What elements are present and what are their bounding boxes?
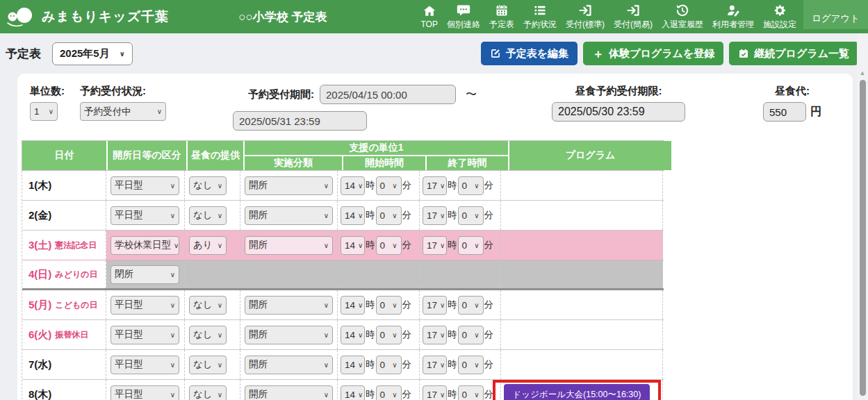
category-select[interactable]: 平日型∨ <box>110 206 179 225</box>
start-minute-select[interactable]: 0∨ <box>376 296 402 315</box>
start-minute-select[interactable]: 0∨ <box>376 326 402 344</box>
start-hour-select[interactable]: 14∨ <box>341 236 365 255</box>
category-cell: 学校休業日型∨ <box>106 231 185 260</box>
logo[interactable]: みまもりキッズ千葉 <box>6 6 169 27</box>
end-minute-select[interactable]: 0∨ <box>458 236 484 255</box>
month-select[interactable]: 2025年5月 ∨ <box>52 42 133 65</box>
edit-schedule-button[interactable]: 予定表を編集 <box>481 42 578 65</box>
reservation-period-end-input[interactable] <box>233 111 367 131</box>
impl-select[interactable]: 開所∨ <box>245 176 333 195</box>
minute-suffix-label: 分 <box>484 299 494 311</box>
start-hour-select[interactable]: 14∨ <box>341 206 365 225</box>
category-select[interactable]: 平日型∨ <box>110 326 179 344</box>
scroll-up-arrow[interactable]: ▲ <box>857 69 868 76</box>
impl-select-value: 開所 <box>249 179 268 192</box>
category-select[interactable]: 学校休業日型∨ <box>110 236 179 255</box>
chevron-down-icon: ∨ <box>324 212 329 219</box>
nav-item-reception-simple[interactable]: 受付(簡易) <box>614 3 653 31</box>
lunch-deadline-input[interactable] <box>552 102 685 122</box>
continued-program-list-button[interactable]: 継続プログラム一覧 <box>729 42 858 65</box>
end-minute-select[interactable]: 0∨ <box>458 356 484 374</box>
register-trial-program-button[interactable]: ＋ 体験プログラムを登録 <box>583 42 723 65</box>
end-hour-select[interactable]: 17∨ <box>423 385 447 400</box>
nav-item-schedule[interactable]: 予定表 <box>489 3 514 31</box>
start-minute-select[interactable]: 0∨ <box>376 236 402 255</box>
nav-item-individual-contact[interactable]: 個別連絡 <box>447 3 480 31</box>
end-minute-select[interactable]: 0∨ <box>458 206 484 225</box>
end-minute-select[interactable]: 0∨ <box>458 176 484 195</box>
end-hour-select[interactable]: 17∨ <box>423 206 447 225</box>
scrollbar-thumb[interactable] <box>860 80 866 396</box>
nav-item-top[interactable]: TOP <box>420 4 437 29</box>
start-hour-select[interactable]: 14∨ <box>341 176 365 195</box>
start-hour-select[interactable]: 14∨ <box>341 296 365 315</box>
start-hour-select-value: 14 <box>345 330 355 340</box>
impl-select[interactable]: 開所∨ <box>245 236 333 255</box>
nav-item-facility-settings[interactable]: 施設設定 <box>763 3 796 31</box>
nav-item-user-management[interactable]: 利用者管理 <box>712 3 754 31</box>
end-time-cell: 17∨時0∨分 <box>420 320 501 349</box>
nav-item-reservation-status[interactable]: 予約状況 <box>523 3 557 31</box>
lunch-select[interactable]: なし∨ <box>189 385 227 400</box>
start-minute-select[interactable]: 0∨ <box>376 356 402 374</box>
scrollbar[interactable]: ▲ <box>857 33 868 400</box>
category-select[interactable]: 平日型∨ <box>110 385 179 400</box>
category-select[interactable]: 平日型∨ <box>110 356 179 374</box>
lunch-select[interactable]: なし∨ <box>189 206 227 225</box>
start-minute-select[interactable]: 0∨ <box>376 176 402 195</box>
impl-select[interactable]: 開所∨ <box>245 296 333 315</box>
start-minute-select[interactable]: 0∨ <box>376 385 402 400</box>
start-hour-select-value: 14 <box>345 390 355 400</box>
nav-item-entry-exit-history[interactable]: 入退室履歴 <box>662 3 703 31</box>
lunch-fee-input[interactable] <box>763 102 806 122</box>
start-hour-select[interactable]: 14∨ <box>341 385 365 400</box>
lunch-select[interactable]: なし∨ <box>189 176 227 195</box>
logout-button[interactable]: ログアウト <box>803 0 868 29</box>
start-minute-select-value: 0 <box>380 300 386 310</box>
minute-suffix-label: 分 <box>402 299 412 311</box>
end-time-cell: 17∨時0∨分 <box>420 350 501 379</box>
impl-select[interactable]: 開所∨ <box>245 326 333 344</box>
impl-select[interactable]: 開所∨ <box>245 356 333 374</box>
reservation-status-select[interactable]: 予約受付中 ∨ <box>80 102 166 121</box>
category-select[interactable]: 平日型∨ <box>110 296 179 315</box>
impl-select[interactable]: 開所∨ <box>245 385 333 400</box>
end-minute-select[interactable]: 0∨ <box>458 385 484 400</box>
end-hour-select[interactable]: 17∨ <box>423 356 447 374</box>
start-minute-select[interactable]: 0∨ <box>376 206 402 225</box>
end-hour-select[interactable]: 17∨ <box>423 176 447 195</box>
start-minute-select-value: 0 <box>380 210 386 221</box>
category-select[interactable]: 閉所∨ <box>110 265 179 284</box>
units-group: 単位数: 1 ∨ <box>30 85 80 131</box>
hour-suffix-label: 時 <box>366 388 375 400</box>
app-root: みまもりキッズ千葉 ○○小学校 予定表 TOP個別連絡予定表予約状況受付(標準)… <box>0 0 868 400</box>
yen-unit-label: 円 <box>810 105 821 119</box>
end-minute-select[interactable]: 0∨ <box>458 296 484 315</box>
chevron-down-icon: ∨ <box>49 108 54 115</box>
end-minute-select-value: 0 <box>462 181 468 191</box>
reservation-period-start-input[interactable] <box>320 85 456 104</box>
lunch-select[interactable]: あり∨ <box>189 236 227 255</box>
minute-suffix-label: 分 <box>484 388 494 400</box>
lunch-fee-label: 昼食代: <box>775 85 810 98</box>
start-hour-select[interactable]: 14∨ <box>341 356 365 374</box>
lunch-select[interactable]: なし∨ <box>189 296 227 315</box>
lunch-select[interactable]: なし∨ <box>189 356 227 374</box>
nav-item-reception-standard[interactable]: 受付(標準) <box>566 3 605 31</box>
chevron-down-icon: ∨ <box>392 182 397 190</box>
lunch-select[interactable]: なし∨ <box>189 326 227 344</box>
hour-suffix-label: 時 <box>366 358 375 371</box>
impl-select[interactable]: 開所∨ <box>245 206 333 225</box>
units-label: 単位数: <box>30 85 80 98</box>
end-hour-select[interactable]: 17∨ <box>423 296 447 315</box>
end-minute-select[interactable]: 0∨ <box>458 326 484 344</box>
units-select[interactable]: 1 ∨ <box>30 102 58 121</box>
end-hour-select[interactable]: 17∨ <box>423 236 447 255</box>
gear-icon <box>773 3 787 17</box>
end-hour-select[interactable]: 17∨ <box>423 326 447 344</box>
date-label: 8(木) <box>28 388 51 400</box>
impl-cell: 開所∨ <box>240 380 338 400</box>
category-select[interactable]: 平日型∨ <box>110 176 179 195</box>
program-button[interactable]: ドッジボール大会(15:00〜16:30) <box>504 384 650 400</box>
start-hour-select[interactable]: 14∨ <box>341 326 365 344</box>
